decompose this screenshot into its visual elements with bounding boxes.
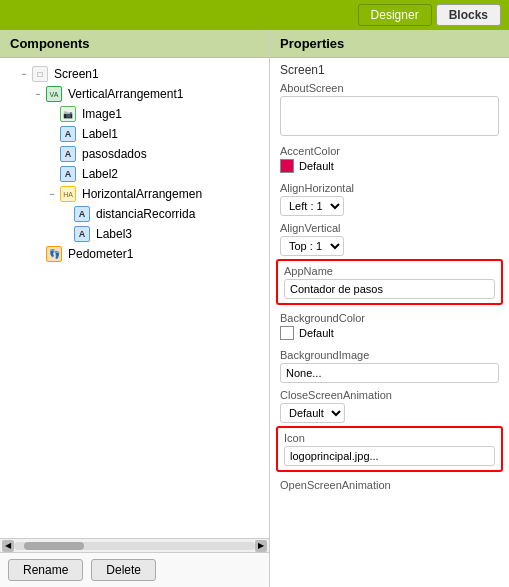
background-color-box[interactable] xyxy=(280,326,294,340)
icon-input[interactable] xyxy=(284,446,495,466)
no-toggle-pedometer xyxy=(32,248,44,260)
no-toggle-label3 xyxy=(60,228,72,240)
no-toggle-label1 xyxy=(46,128,58,140)
app-name-input[interactable] xyxy=(284,279,495,299)
label1-icon: A xyxy=(60,126,76,142)
blocks-button[interactable]: Blocks xyxy=(436,4,501,26)
ha-icon: HA xyxy=(60,186,76,202)
background-image-label: BackgroundImage xyxy=(280,349,499,361)
tree-item-pedometer1[interactable]: 👣 Pedometer1 xyxy=(4,244,265,264)
no-toggle-distancia xyxy=(60,208,72,220)
scroll-right-arrow[interactable]: ▶ xyxy=(255,540,267,552)
background-color-value: Default xyxy=(299,327,334,339)
va-icon: VA xyxy=(46,86,62,102)
prop-app-name: AppName xyxy=(276,259,503,305)
tree-item-screen1[interactable]: − □ Screen1 xyxy=(4,64,265,84)
align-vertical-label: AlignVertical xyxy=(280,222,499,234)
prop-close-screen-animation: CloseScreenAnimation Default xyxy=(270,386,509,426)
horizontal-scrollbar[interactable]: ◀ ▶ xyxy=(0,538,269,552)
label2-icon: A xyxy=(60,166,76,182)
image1-label: Image1 xyxy=(82,107,122,121)
screen-icon: □ xyxy=(32,66,48,82)
properties-header: Properties xyxy=(270,30,509,58)
prop-align-horizontal: AlignHorizontal Left : 1 xyxy=(270,179,509,219)
bottom-bar: Rename Delete xyxy=(0,552,269,587)
no-toggle-image1 xyxy=(46,108,58,120)
accent-color-box[interactable] xyxy=(280,159,294,173)
distancia-label: distanciaRecorrida xyxy=(96,207,195,221)
no-toggle-label2 xyxy=(46,168,58,180)
prop-align-vertical: AlignVertical Top : 1 xyxy=(270,219,509,259)
pedometer1-label: Pedometer1 xyxy=(68,247,133,261)
pedometer-icon: 👣 xyxy=(46,246,62,262)
tree-item-label3[interactable]: A Label3 xyxy=(4,224,265,244)
tree-item-label1[interactable]: A Label1 xyxy=(4,124,265,144)
close-screen-animation-select[interactable]: Default xyxy=(280,403,345,423)
designer-button[interactable]: Designer xyxy=(358,4,432,26)
rename-button[interactable]: Rename xyxy=(8,559,83,581)
left-panel: Components − □ Screen1 − VA VerticalArra… xyxy=(0,30,270,587)
label2-label: Label2 xyxy=(82,167,118,181)
pasosdados-icon: A xyxy=(60,146,76,162)
tree-item-label2[interactable]: A Label2 xyxy=(4,164,265,184)
toggle-screen1[interactable]: − xyxy=(18,68,30,80)
align-horizontal-select[interactable]: Left : 1 xyxy=(280,196,344,216)
ha1-label: HorizontalArrangemen xyxy=(82,187,202,201)
tree-item-pasosdados[interactable]: A pasosdados xyxy=(4,144,265,164)
close-screen-animation-label: CloseScreenAnimation xyxy=(280,389,499,401)
icon-label: Icon xyxy=(284,432,495,444)
about-screen-textarea[interactable] xyxy=(280,96,499,136)
tree-item-distancia[interactable]: A distanciaRecorrida xyxy=(4,204,265,224)
image-icon: 📷 xyxy=(60,106,76,122)
label3-icon: A xyxy=(74,226,90,242)
scroll-left-arrow[interactable]: ◀ xyxy=(2,540,14,552)
about-screen-label: AboutScreen xyxy=(280,82,499,94)
background-color-swatch[interactable]: Default xyxy=(280,326,334,340)
pasosdados-label: pasosdados xyxy=(82,147,147,161)
label3-label: Label3 xyxy=(96,227,132,241)
tree-item-image1[interactable]: 📷 Image1 xyxy=(4,104,265,124)
accent-color-value: Default xyxy=(299,160,334,172)
prop-background-color: BackgroundColor Default xyxy=(270,309,509,346)
align-horizontal-label: AlignHorizontal xyxy=(280,182,499,194)
screen1-label: Screen1 xyxy=(54,67,99,81)
background-image-input[interactable] xyxy=(280,363,499,383)
tree-area: − □ Screen1 − VA VerticalArrangement1 📷 … xyxy=(0,58,269,538)
align-vertical-select[interactable]: Top : 1 xyxy=(280,236,344,256)
toggle-va1[interactable]: − xyxy=(32,88,44,100)
top-bar: Designer Blocks xyxy=(0,0,509,30)
open-screen-animation-label: OpenScreenAnimation xyxy=(280,479,499,491)
toggle-ha1[interactable]: − xyxy=(46,188,58,200)
no-toggle-pasosdados xyxy=(46,148,58,160)
prop-about-screen: AboutScreen xyxy=(270,79,509,142)
prop-open-screen-animation: OpenScreenAnimation xyxy=(270,476,509,496)
tree-item-ha1[interactable]: − HA HorizontalArrangemen xyxy=(4,184,265,204)
va1-label: VerticalArrangement1 xyxy=(68,87,183,101)
label1-label: Label1 xyxy=(82,127,118,141)
scrollbar-thumb[interactable] xyxy=(24,542,84,550)
tree-item-va1[interactable]: − VA VerticalArrangement1 xyxy=(4,84,265,104)
accent-color-label: AccentColor xyxy=(280,145,499,157)
app-name-label: AppName xyxy=(284,265,495,277)
scrollbar-track[interactable] xyxy=(14,542,255,550)
accent-color-swatch[interactable]: Default xyxy=(280,159,334,173)
components-header: Components xyxy=(0,30,269,58)
delete-button[interactable]: Delete xyxy=(91,559,156,581)
prop-icon: Icon xyxy=(276,426,503,472)
right-panel: Properties Screen1 AboutScreen AccentCol… xyxy=(270,30,509,587)
prop-background-image: BackgroundImage xyxy=(270,346,509,386)
main-layout: Components − □ Screen1 − VA VerticalArra… xyxy=(0,30,509,587)
background-color-label: BackgroundColor xyxy=(280,312,499,324)
distancia-icon: A xyxy=(74,206,90,222)
prop-accent-color: AccentColor Default xyxy=(270,142,509,179)
properties-screen-title: Screen1 xyxy=(270,58,509,79)
